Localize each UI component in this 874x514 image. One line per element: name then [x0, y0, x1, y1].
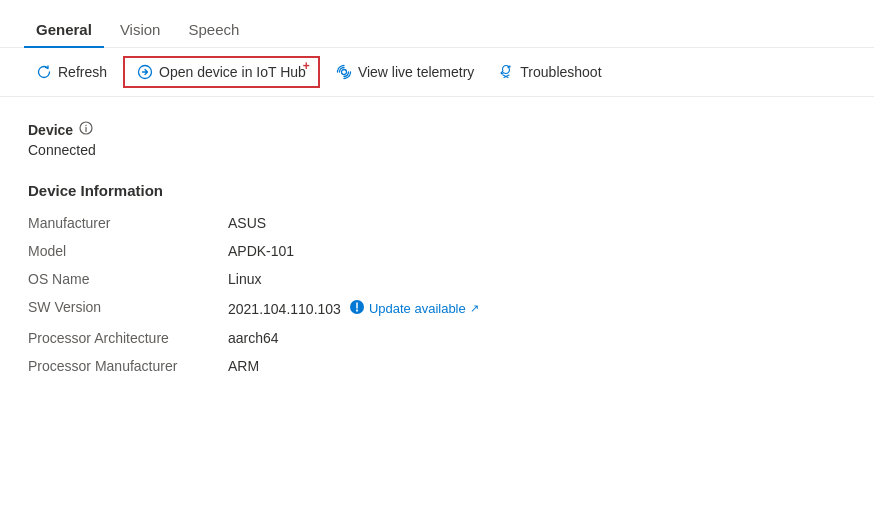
value-processor-manufacturer: ARM [228, 358, 846, 374]
toolbar: Refresh + Open device in IoT Hub View li… [0, 48, 874, 97]
value-model: APDK-101 [228, 243, 846, 259]
view-telemetry-button[interactable]: View live telemetry [324, 58, 486, 86]
device-section-title: Device [28, 122, 73, 138]
value-sw-version: 2021.104.110.103 Update available ↗ [228, 299, 846, 318]
svg-point-1 [341, 70, 346, 75]
value-os-name: Linux [228, 271, 846, 287]
label-processor-manufacturer: Processor Manufacturer [28, 358, 228, 374]
update-icon [349, 299, 365, 318]
label-processor-arch: Processor Architecture [28, 330, 228, 346]
main-content: Device Connected Device Information Manu… [0, 97, 874, 398]
refresh-icon [36, 64, 52, 80]
device-information-section: Device Information Manufacturer ASUS Mod… [28, 182, 846, 374]
svg-point-3 [85, 125, 86, 126]
info-icon[interactable] [79, 121, 93, 138]
label-manufacturer: Manufacturer [28, 215, 228, 231]
refresh-button[interactable]: Refresh [24, 58, 119, 86]
troubleshoot-button[interactable]: Troubleshoot [486, 58, 613, 86]
tab-general[interactable]: General [24, 13, 104, 48]
device-info-table: Manufacturer ASUS Model APDK-101 OS Name… [28, 215, 846, 374]
view-telemetry-label: View live telemetry [358, 64, 474, 80]
troubleshoot-label: Troubleshoot [520, 64, 601, 80]
tab-speech[interactable]: Speech [176, 13, 251, 48]
tab-vision[interactable]: Vision [108, 13, 173, 48]
external-link-icon: ↗ [470, 302, 479, 315]
open-device-button[interactable]: + Open device in IoT Hub [123, 56, 320, 88]
label-model: Model [28, 243, 228, 259]
refresh-label: Refresh [58, 64, 107, 80]
open-device-label: Open device in IoT Hub [159, 64, 306, 80]
plus-badge: + [303, 60, 310, 72]
open-device-icon [137, 64, 153, 80]
label-os-name: OS Name [28, 271, 228, 287]
label-sw-version: SW Version [28, 299, 228, 318]
device-section-header: Device [28, 121, 846, 138]
tabs-nav: General Vision Speech [0, 0, 874, 48]
sw-version-number: 2021.104.110.103 [228, 301, 341, 317]
value-processor-arch: aarch64 [228, 330, 846, 346]
update-available-label: Update available [369, 301, 466, 316]
troubleshoot-icon [498, 64, 514, 80]
device-status: Connected [28, 142, 846, 158]
value-manufacturer: ASUS [228, 215, 846, 231]
telemetry-icon [336, 64, 352, 80]
svg-point-5 [356, 310, 357, 311]
update-available-link[interactable]: Update available ↗ [349, 299, 479, 318]
device-info-title: Device Information [28, 182, 846, 199]
